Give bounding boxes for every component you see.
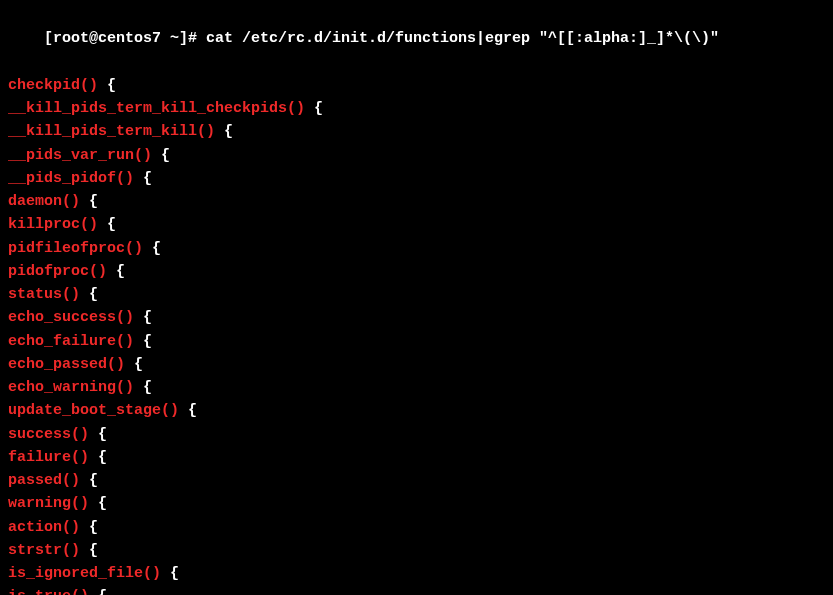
grep-match: success()	[8, 426, 89, 443]
output-line: __kill_pids_term_kill_checkpids() {	[8, 97, 825, 120]
output-line: strstr() {	[8, 539, 825, 562]
output-line: killproc() {	[8, 213, 825, 236]
grep-match: status()	[8, 286, 80, 303]
output-line: is_true() {	[8, 585, 825, 595]
grep-rest: {	[107, 263, 125, 280]
output-line: update_boot_stage() {	[8, 399, 825, 422]
output-line: is_ignored_file() {	[8, 562, 825, 585]
grep-rest: {	[80, 542, 98, 559]
output-line: failure() {	[8, 446, 825, 469]
output-line: action() {	[8, 516, 825, 539]
terminal-output[interactable]: [root@centos7 ~]# cat /etc/rc.d/init.d/f…	[8, 4, 825, 595]
output-line: success() {	[8, 423, 825, 446]
grep-rest: {	[98, 216, 116, 233]
grep-rest: {	[134, 309, 152, 326]
grep-rest: {	[305, 100, 323, 117]
grep-match: echo_failure()	[8, 333, 134, 350]
grep-rest: {	[80, 519, 98, 536]
output-line: echo_failure() {	[8, 330, 825, 353]
grep-rest: {	[134, 333, 152, 350]
grep-rest: {	[143, 240, 161, 257]
grep-match: echo_passed()	[8, 356, 125, 373]
grep-match: checkpid()	[8, 77, 98, 94]
grep-rest: {	[134, 379, 152, 396]
output-line: __kill_pids_term_kill() {	[8, 120, 825, 143]
output-line: daemon() {	[8, 190, 825, 213]
grep-match: action()	[8, 519, 80, 536]
grep-match: warning()	[8, 495, 89, 512]
grep-rest: {	[80, 286, 98, 303]
grep-match: update_boot_stage()	[8, 402, 179, 419]
grep-rest: {	[80, 193, 98, 210]
grep-match: daemon()	[8, 193, 80, 210]
grep-match: __kill_pids_term_kill_checkpids()	[8, 100, 305, 117]
output-line: pidofproc() {	[8, 260, 825, 283]
grep-match: killproc()	[8, 216, 98, 233]
output-line: __pids_pidof() {	[8, 167, 825, 190]
output-line: echo_passed() {	[8, 353, 825, 376]
output-line: warning() {	[8, 492, 825, 515]
grep-match: __pids_pidof()	[8, 170, 134, 187]
grep-rest: {	[125, 356, 143, 373]
output-lines: checkpid() {__kill_pids_term_kill_checkp…	[8, 74, 825, 595]
output-line: passed() {	[8, 469, 825, 492]
grep-rest: {	[89, 449, 107, 466]
output-line: echo_warning() {	[8, 376, 825, 399]
grep-match: strstr()	[8, 542, 80, 559]
output-line: checkpid() {	[8, 74, 825, 97]
shell-prompt-line: [root@centos7 ~]# cat /etc/rc.d/init.d/f…	[8, 4, 825, 74]
grep-match: is_ignored_file()	[8, 565, 161, 582]
grep-rest: {	[152, 147, 170, 164]
grep-match: __pids_var_run()	[8, 147, 152, 164]
grep-rest: {	[215, 123, 233, 140]
grep-rest: {	[89, 495, 107, 512]
grep-match: pidofproc()	[8, 263, 107, 280]
grep-match: echo_success()	[8, 309, 134, 326]
output-line: pidfileofproc() {	[8, 237, 825, 260]
output-line: echo_success() {	[8, 306, 825, 329]
output-line: __pids_var_run() {	[8, 144, 825, 167]
grep-match: pidfileofproc()	[8, 240, 143, 257]
grep-rest: {	[89, 426, 107, 443]
grep-match: echo_warning()	[8, 379, 134, 396]
grep-match: is_true()	[8, 588, 89, 595]
shell-prompt: [root@centos7 ~]# cat /etc/rc.d/init.d/f…	[44, 30, 719, 47]
grep-rest: {	[134, 170, 152, 187]
grep-match: passed()	[8, 472, 80, 489]
output-line: status() {	[8, 283, 825, 306]
grep-rest: {	[89, 588, 107, 595]
grep-match: failure()	[8, 449, 89, 466]
grep-rest: {	[80, 472, 98, 489]
grep-rest: {	[161, 565, 179, 582]
grep-rest: {	[98, 77, 116, 94]
grep-match: __kill_pids_term_kill()	[8, 123, 215, 140]
grep-rest: {	[179, 402, 197, 419]
